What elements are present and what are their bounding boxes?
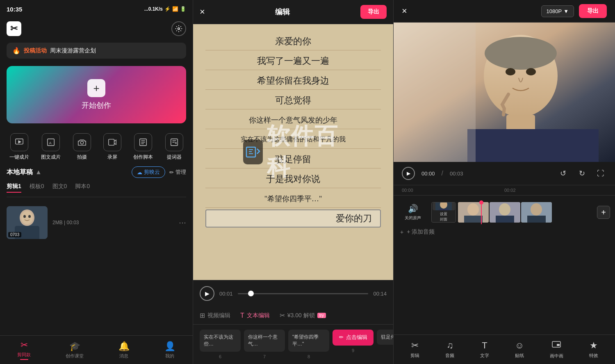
lyric-line-2: 希望你留在我身边 [205, 72, 381, 90]
timeline-marks: 00:00 00:02 [402, 188, 607, 193]
video-track-content: 设置封面 [431, 202, 610, 223]
nav-profile[interactable]: 👤 我的 [164, 341, 175, 359]
cover-thumbnail[interactable]: 设置封面 [431, 202, 456, 223]
toolbar-sticker[interactable]: ☺ 贴纸 [515, 340, 524, 359]
toolbar-text[interactable]: T 文字 [480, 340, 489, 359]
status-time: 10:35 [7, 6, 22, 13]
quick-action-label5: 创作脚本 [133, 154, 153, 161]
quick-actions: 一键成片 A 图文成片 拍摄 [0, 127, 193, 166]
toolbar-audio[interactable]: ♫ 音频 [445, 340, 454, 359]
signal-icon: ...0.1K/s [144, 6, 163, 12]
right-close-button[interactable]: × [402, 6, 407, 16]
create-label: 开始创作 [82, 100, 111, 110]
svg-point-41 [531, 203, 542, 216]
text-clip-9[interactable]: ✏ 点击编辑 9 [333, 330, 374, 359]
playback-controls: ▶ 00:01 00:14 [193, 280, 393, 307]
ctrl-play-button[interactable]: ▶ [402, 167, 415, 180]
battery-icon: 🔋 [180, 6, 186, 12]
text-clip-10[interactable]: 驻足停留 10 [377, 330, 393, 359]
timeline-area[interactable]: 🔊 关闭原声 设置封面 [394, 196, 615, 334]
cover-thumb-icon [433, 202, 455, 210]
quick-action-clip[interactable]: 一键成片 [9, 133, 29, 161]
wifi-icon: 📶 [172, 6, 178, 12]
try-badge: try [317, 313, 326, 318]
export-button[interactable]: 导出 [579, 4, 607, 18]
toolbar-effect[interactable]: ★ 特效 [589, 340, 598, 359]
lyric-line-3: 可总觉得 [205, 91, 381, 109]
mute-label[interactable]: 关闭原声 [405, 215, 421, 221]
nav-course[interactable]: 🎓 创作课堂 [66, 341, 84, 359]
lyric-line-8: "希望你四季平…" [205, 190, 381, 208]
video-preview [394, 23, 615, 162]
nav-message[interactable]: 🔔 消息 [118, 341, 130, 359]
chevron-down-icon: ▼ [563, 8, 569, 14]
nav-edit[interactable]: ✂ 剪同款 [17, 340, 31, 360]
audio-mute-track: 🔊 关闭原声 设置封面 [394, 200, 615, 225]
status-icons: ...0.1K/s ⚡ 📶 🔋 [144, 6, 186, 12]
drafts-expand-icon[interactable]: ▲ [35, 168, 42, 176]
lyric-line-5: 实在不该为这些庸俗的话和平凡的我 [205, 131, 381, 149]
seek-bar[interactable] [238, 293, 369, 294]
undo-button[interactable]: ↺ [557, 167, 569, 180]
cloud-button[interactable]: ☁ 剪映云 [132, 166, 165, 178]
tab-graphic[interactable]: 图文0 [52, 183, 67, 193]
playhead [481, 200, 482, 224]
create-plus-icon: + [87, 79, 105, 97]
lyric-line-9: 爱你的刀 [205, 209, 381, 228]
tab-video-edit[interactable]: ⊞ 视频编辑 [200, 312, 230, 319]
text-clip-6[interactable]: 实在不该为这些… 6 [200, 330, 241, 359]
draft-meta: 2MB | 00:03 [52, 220, 174, 225]
mid-close-button[interactable]: × [200, 7, 205, 17]
svg-point-25 [485, 37, 557, 70]
video-edit-label: 视频编辑 [207, 312, 230, 319]
settings-button[interactable] [171, 21, 186, 36]
text-label: 文字 [480, 353, 489, 359]
quick-action-capture[interactable]: 拍摄 [73, 133, 91, 161]
total-time: 00:14 [373, 291, 387, 297]
svg-text:A: A [49, 141, 52, 145]
svg-point-27 [526, 68, 536, 75]
tab-unlock[interactable]: ✂ ¥3.00 解锁 try [280, 312, 326, 319]
quick-action-label3: 拍摄 [77, 154, 87, 161]
svg-rect-44 [557, 344, 560, 346]
quick-clip-icon [10, 133, 28, 151]
quick-action-record[interactable]: 录屏 [103, 133, 121, 161]
quick-action-text-clip[interactable]: A 图文成片 [41, 133, 61, 161]
resolution-select[interactable]: 1080P ▼ [541, 5, 574, 17]
quick-action-script[interactable]: 创作脚本 [133, 133, 153, 161]
text-icon: T [482, 340, 487, 351]
svg-rect-6 [109, 139, 114, 146]
tab-edit[interactable]: 剪辑1 [7, 183, 21, 193]
tab-script[interactable]: 脚本0 [75, 183, 90, 193]
create-button[interactable]: + 开始创作 [7, 66, 186, 123]
tab-text-edit[interactable]: T 文本编辑 [240, 312, 270, 319]
drafts-section: 本地草稿 ▲ ☁ 剪映云 ✏ 管理 剪辑1 模板0 [0, 166, 193, 242]
add-audio-row[interactable]: + + 添加音频 [394, 225, 615, 239]
draft-more-button[interactable]: ⋯ [179, 218, 186, 227]
mid-export-button[interactable]: 导出 [360, 5, 387, 19]
promo-banner[interactable]: 🔥 投稿活动 周末漫游露营企划 [7, 43, 186, 59]
quick-action-teleprompter[interactable]: 提词器 [165, 133, 183, 161]
text-clip-7[interactable]: 你这样一个意气… 7 [244, 330, 285, 359]
sticker-label: 贴纸 [515, 353, 524, 359]
nav-edit-label: 剪同款 [17, 352, 31, 358]
play-button[interactable]: ▶ [200, 286, 214, 301]
video-thumb-2 [490, 202, 520, 223]
add-track-button[interactable]: + [597, 206, 610, 219]
toolbar-cut[interactable]: ✂ 剪辑 [410, 340, 419, 359]
record-icon [103, 133, 121, 151]
draft-card[interactable]: 0703 2MB | 00:03 ⋯ [7, 203, 186, 242]
toolbar-pip[interactable]: 画中画 [550, 340, 563, 359]
fullscreen-button[interactable]: ⛶ [594, 167, 607, 180]
text-clip-8[interactable]: "希望你四季平…" 8 [288, 330, 329, 359]
manage-button[interactable]: ✏ 管理 [169, 166, 186, 178]
promo-text: 周末漫游露营企划 [50, 47, 96, 55]
unlock-price: ¥3.00 解锁 [287, 312, 315, 319]
drafts-title-text: 本地草稿 [7, 168, 33, 177]
tab-template[interactable]: 模板0 [30, 183, 44, 193]
scissors-icon: ✂ [20, 340, 28, 350]
notebook-paper: 亲爱的你 我写了一遍又一遍 希望你留在我身边 可总觉得 你这样一个意气风发的少年… [193, 24, 393, 280]
quick-action-label2: 图文成片 [41, 154, 61, 161]
redo-button[interactable]: ↻ [576, 167, 588, 180]
seek-thumb[interactable] [248, 291, 254, 296]
